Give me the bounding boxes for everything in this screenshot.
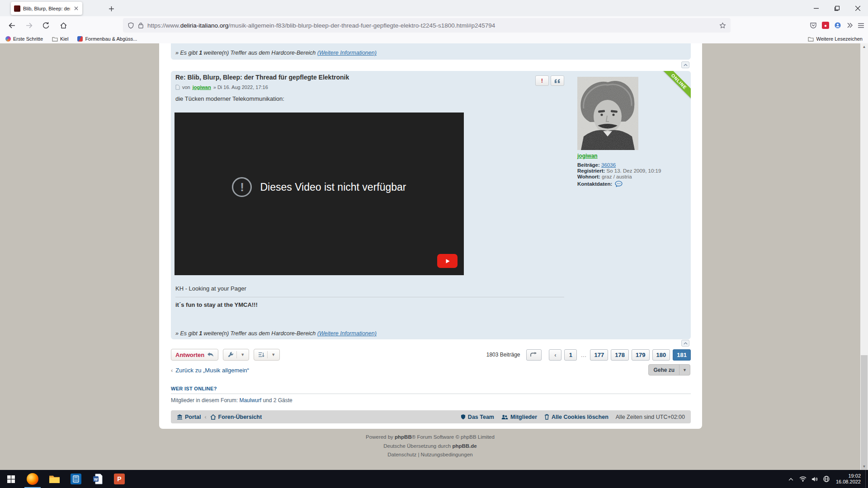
translation-line: Deutsche Übersetzung durch phpBB.de <box>0 442 860 451</box>
bookmark-formenbau[interactable]: Formenbau & Abgüss... <box>77 36 137 42</box>
display-options-button[interactable]: ▼ <box>254 349 280 361</box>
phpbb-link[interactable]: phpBB <box>395 434 412 440</box>
posts-count: 1803 Beiträge <box>486 352 520 358</box>
page-button-178[interactable]: 178 <box>611 349 629 361</box>
volume-icon[interactable] <box>809 470 821 488</box>
bookmark-star-icon[interactable] <box>719 22 726 29</box>
minimize-button[interactable] <box>806 0 826 16</box>
back-icon[interactable] <box>5 18 19 33</box>
browser-chrome: Blib, Blurp, Bleep: der Thread fü <box>0 0 868 43</box>
portal-link[interactable]: Portal <box>177 414 201 420</box>
taskbar: W P 19:02 16.08.2022 <box>0 470 868 488</box>
reload-icon[interactable] <box>39 18 53 33</box>
scroll-up-arrow[interactable]: ▲ <box>860 43 868 50</box>
posts-count-link[interactable]: 36036 <box>601 162 616 168</box>
network-globe-icon[interactable] <box>821 470 832 488</box>
bookmark-erste-schritte[interactable]: Erste Schritte <box>5 36 43 42</box>
account-icon[interactable] <box>834 22 841 29</box>
controls-left: Antworten ▼ ▼ <box>171 349 280 361</box>
lock-icon[interactable] <box>138 22 144 28</box>
back-to-forum: ‹ Zurück zu „Musik allgemein“ <box>171 367 249 374</box>
page-ellipsis: … <box>580 352 587 358</box>
forward-icon[interactable] <box>22 18 36 33</box>
page-button-179[interactable]: 179 <box>632 349 650 361</box>
tab-title: Blib, Blurp, Bleep: der Thread fü <box>23 6 70 11</box>
tracking-shield-icon[interactable] <box>127 22 134 29</box>
bookmark-icon <box>77 36 83 42</box>
page-button-180[interactable]: 180 <box>652 349 670 361</box>
youtube-logo-icon[interactable] <box>437 254 458 268</box>
page-button-1[interactable]: 1 <box>564 349 577 361</box>
page-button-177[interactable]: 177 <box>590 349 608 361</box>
quote-post-button[interactable] <box>551 75 564 86</box>
scroll-to-top-icon[interactable] <box>681 340 689 347</box>
privacy-link[interactable]: Datenschutz <box>387 452 416 457</box>
wrench-icon <box>227 352 234 358</box>
author-link[interactable]: jogiwan <box>193 84 211 90</box>
team-link[interactable]: Das Team <box>461 414 494 420</box>
topic-tools-button[interactable]: ▼ <box>223 349 249 361</box>
taskbar-word-icon[interactable]: W <box>87 470 108 488</box>
menu-icon[interactable] <box>858 22 864 29</box>
browser-tab[interactable]: Blib, Blurp, Bleep: der Thread fü <box>11 2 82 15</box>
scrollbar-thumb[interactable] <box>861 355 868 473</box>
home-icon[interactable] <box>56 18 71 33</box>
profile-username[interactable]: jogiwan <box>577 153 598 159</box>
thread-controls: Antworten ▼ ▼ 1803 Beiträge <box>171 348 691 361</box>
taskbar-powerpoint-icon[interactable]: P <box>108 470 130 488</box>
scrollbar[interactable]: ▲ ▼ <box>860 43 868 470</box>
home-icon <box>210 414 216 420</box>
report-post-button[interactable]: ! <box>535 75 549 86</box>
video-unavailable-message: ! Dieses Video ist nicht verfügbar <box>175 177 464 197</box>
powered-by-line: Powered by phpBB® Forum Software © phpBB… <box>0 433 860 442</box>
forum-index-link[interactable]: Foren-Übersicht <box>210 414 262 420</box>
system-tray: 19:02 16.08.2022 <box>785 470 868 488</box>
site-footer: Powered by phpBB® Forum Software © phpBB… <box>0 433 860 460</box>
show-desktop-button[interactable] <box>865 470 868 488</box>
reply-button[interactable]: Antworten <box>171 349 218 361</box>
back-to-forum-link[interactable]: Zurück zu „Musik allgemein“ <box>175 367 249 374</box>
weitere-informationen-link[interactable]: (Weitere Informationen) <box>317 330 377 337</box>
post-byline: von jogiwan » Di 16. Aug 2022, 17:16 <box>175 84 268 90</box>
new-tab-button[interactable] <box>106 3 117 14</box>
page-button-current[interactable]: 181 <box>673 349 691 361</box>
clock-time: 19:02 <box>836 473 861 479</box>
more-bookmarks[interactable]: Weitere Lesezeichen <box>808 36 863 42</box>
overflow-chevrons-icon[interactable] <box>846 22 853 28</box>
member-link[interactable]: Maulwurf <box>239 397 261 404</box>
goto-dropdown[interactable]: Gehe zu ▼ <box>648 364 690 375</box>
hidden-icons-chevron[interactable] <box>785 470 797 488</box>
taskbar-clock[interactable]: 19:02 16.08.2022 <box>832 473 865 485</box>
maximize-button[interactable] <box>826 0 847 16</box>
pocket-icon[interactable] <box>810 22 817 29</box>
people-icon <box>501 414 508 420</box>
close-window-button[interactable] <box>847 0 868 16</box>
delete-cookies-link[interactable]: Alle Cookies löschen <box>544 414 609 420</box>
phpbb-de-link[interactable]: phpBB.de <box>452 443 476 449</box>
weitere-informationen-link[interactable]: (Weitere Informationen) <box>317 50 377 56</box>
dropdown-caret-icon[interactable]: ▼ <box>679 365 690 375</box>
taskbar-firefox-icon[interactable] <box>22 470 43 488</box>
bookmark-kiel[interactable]: Kiel <box>52 36 68 42</box>
previous-page-button[interactable]: ‹ <box>549 349 561 361</box>
members-link[interactable]: Mitglieder <box>501 414 537 420</box>
extension-icon[interactable]: ● <box>822 22 829 29</box>
tab-favicon <box>14 5 20 12</box>
scroll-down-arrow[interactable]: ▼ <box>860 463 868 470</box>
tab-strip: Blib, Blurp, Bleep: der Thread fü <box>0 0 868 16</box>
taskbar-calculator-icon[interactable] <box>65 470 87 488</box>
message-bubble-icon[interactable] <box>615 181 623 187</box>
scroll-to-top-icon[interactable] <box>681 61 689 68</box>
avatar-image[interactable] <box>577 77 638 150</box>
url-text[interactable]: https://www.deliria-italiano.org/musik-a… <box>147 22 716 29</box>
navbar-right: Das Team Mitglieder Alle Cookies löschen… <box>461 414 685 420</box>
tab-close-icon[interactable] <box>73 5 79 12</box>
url-bar[interactable]: https://www.deliria-italiano.org/musik-a… <box>123 18 731 33</box>
divider <box>171 394 691 394</box>
taskbar-file-explorer-icon[interactable] <box>43 470 65 488</box>
terms-link[interactable]: Nutzungsbedingungen <box>421 452 473 457</box>
youtube-embed[interactable]: ! Dieses Video ist nicht verfügbar <box>175 113 464 275</box>
start-button[interactable] <box>0 470 22 488</box>
wifi-icon[interactable] <box>797 470 809 488</box>
jump-to-page-button[interactable] <box>526 349 542 361</box>
